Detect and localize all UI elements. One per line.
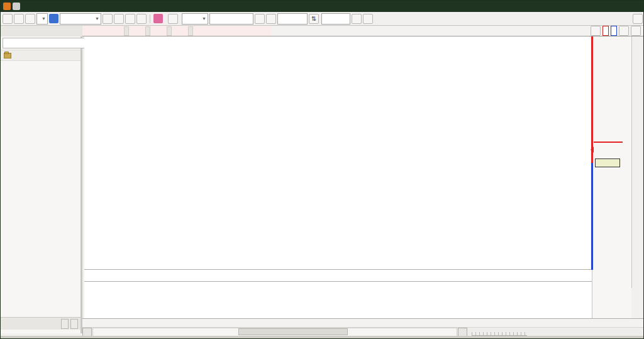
pane-divider-2[interactable]	[84, 281, 592, 282]
chart-type-sidebar	[1, 36, 82, 333]
scrollbar-thumb[interactable]	[238, 328, 347, 335]
stock-info-button[interactable]	[168, 14, 178, 24]
sidebar-tabs	[1, 26, 82, 37]
calendar-icon[interactable]	[255, 14, 265, 24]
dang-toggle[interactable]	[266, 14, 276, 24]
window-number-icon	[3, 3, 11, 10]
tree-root-chart-types[interactable]	[1, 61, 80, 70]
axis-edge-red	[591, 36, 593, 163]
asset-type-combo[interactable]: ▼	[36, 13, 48, 25]
mini-grid-icon[interactable]	[619, 26, 629, 36]
chart-scroll-row	[82, 327, 644, 336]
toolbar-divider	[150, 14, 150, 23]
candle-count-input[interactable]	[277, 13, 308, 25]
register-button[interactable]	[61, 319, 69, 329]
infobar-settings-icon[interactable]	[591, 26, 601, 36]
stock-down-stepper[interactable]	[136, 14, 147, 24]
folder-icon	[4, 53, 11, 58]
price-highlight	[82, 26, 271, 36]
help-icon[interactable]	[13, 3, 20, 10]
open-label	[124, 26, 129, 36]
current-price-chip	[594, 142, 623, 143]
volume-legend	[86, 270, 89, 271]
sell-button[interactable]	[611, 26, 617, 36]
scroll-right-button[interactable]	[458, 328, 467, 336]
delete-button[interactable]	[70, 319, 78, 329]
high-label	[145, 26, 150, 36]
main-toolbar: ▼ ▼ ▼ ⇅	[1, 12, 644, 26]
macd-pane[interactable]	[84, 282, 592, 318]
date-axis[interactable]	[82, 318, 644, 328]
scrollbar-track[interactable]	[92, 328, 457, 336]
macd-legend	[86, 282, 89, 284]
stock-info-bar	[82, 26, 644, 36]
smart-search-row	[1, 36, 80, 50]
scroll-left-button[interactable]	[82, 328, 92, 336]
axis-edge-blue	[591, 163, 593, 270]
linked-account-icon[interactable]	[49, 14, 58, 23]
type-group-header[interactable]	[1, 50, 80, 61]
low-label	[167, 26, 172, 36]
title-bar	[1, 1, 644, 12]
stock-search-icon[interactable]	[103, 14, 113, 24]
stock-up-stepper[interactable]	[125, 14, 135, 24]
pane-divider-1[interactable]	[84, 269, 592, 270]
toolbar-settings-icon[interactable]	[363, 14, 373, 24]
price-pane[interactable]	[84, 36, 592, 269]
search-input[interactable]	[3, 38, 91, 48]
toolbar-more-button[interactable]	[633, 14, 643, 24]
price-axis[interactable]	[592, 36, 631, 327]
buy-button[interactable]	[602, 26, 609, 36]
custom-minute-combo[interactable]: ▼	[182, 13, 208, 25]
drawing-toolbar	[631, 36, 644, 288]
max-count-input[interactable]	[321, 13, 350, 25]
prev-stock-button[interactable]	[25, 14, 35, 24]
stock-code-combo[interactable]: ▼	[60, 13, 101, 25]
interest-button[interactable]	[114, 14, 124, 24]
zoom-search-icon[interactable]	[352, 14, 362, 24]
trendline-price-chip	[595, 158, 620, 167]
price-legend	[86, 37, 89, 38]
stock-type-badge	[153, 14, 163, 23]
chart-date-input[interactable]	[209, 13, 253, 25]
favorites-bar	[1, 317, 80, 330]
nav-back-button[interactable]	[3, 14, 13, 24]
refresh-icon[interactable]	[631, 26, 641, 36]
count-stepper[interactable]: ⇅	[309, 14, 319, 24]
strength-label	[188, 26, 193, 36]
window-bottom-edge	[1, 336, 644, 339]
nav-forward-button[interactable]	[14, 14, 24, 24]
chart-area[interactable]	[84, 36, 592, 318]
app-window: ▼ ▼ ▼ ⇅	[0, 0, 644, 339]
zoom-slider[interactable]	[472, 328, 527, 336]
